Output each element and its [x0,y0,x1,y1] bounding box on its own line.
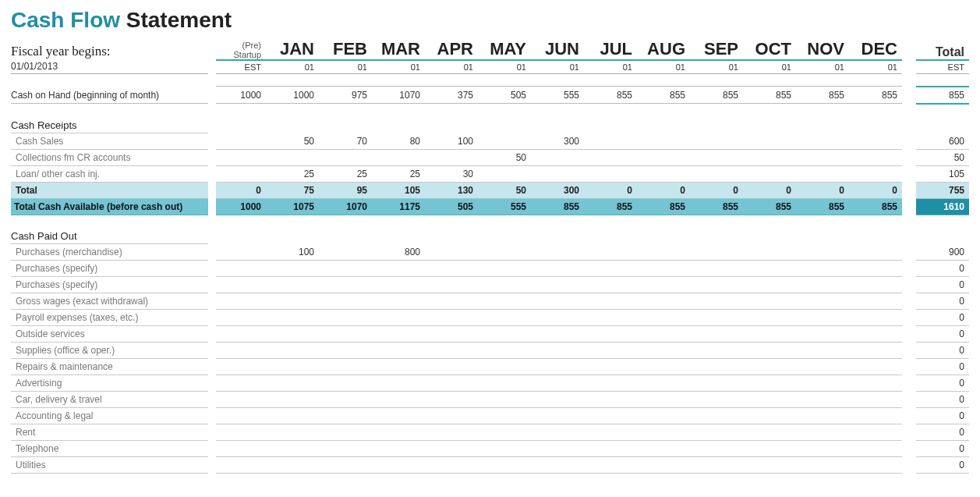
cell[interactable] [372,408,425,424]
cell[interactable] [743,359,796,375]
cell[interactable] [531,149,584,165]
cell[interactable] [690,457,743,474]
cell[interactable] [637,326,690,343]
cell[interactable] [266,310,319,326]
cell[interactable]: 855 [584,87,637,104]
cell[interactable] [690,293,743,310]
cell[interactable] [425,244,478,261]
cell[interactable] [584,359,637,375]
cell[interactable]: 25 [372,165,425,182]
cell[interactable] [637,133,690,149]
cell[interactable] [743,408,796,424]
cell[interactable] [584,310,637,326]
cell[interactable] [266,424,319,441]
cell[interactable] [690,244,743,261]
cell[interactable] [637,392,690,408]
cell[interactable] [216,310,266,326]
cell[interactable] [319,244,372,261]
cell[interactable] [690,375,743,392]
cell[interactable] [372,261,425,277]
cell[interactable] [531,457,584,474]
cell[interactable] [796,457,849,474]
cell[interactable] [531,326,584,343]
cell[interactable] [690,343,743,359]
cell[interactable] [319,408,372,424]
cell[interactable]: 30 [425,165,478,182]
cell[interactable] [266,359,319,375]
cell[interactable] [743,244,796,261]
cell[interactable] [584,343,637,359]
cell[interactable] [216,326,266,343]
cell[interactable] [690,392,743,408]
cell[interactable] [849,149,902,165]
cell[interactable] [796,277,849,293]
cell[interactable] [531,408,584,424]
cell[interactable] [743,457,796,474]
cell[interactable] [266,408,319,424]
cell[interactable] [266,457,319,474]
cell[interactable] [266,277,319,293]
cell[interactable] [690,133,743,149]
cell[interactable] [425,408,478,424]
cell[interactable] [796,293,849,310]
cell[interactable] [216,392,266,408]
cell[interactable] [584,408,637,424]
cell[interactable] [478,133,531,149]
cell[interactable] [372,277,425,293]
cell[interactable] [372,343,425,359]
cell[interactable] [637,244,690,261]
cell[interactable] [425,261,478,277]
cell[interactable]: 375 [425,87,478,104]
cell[interactable] [796,310,849,326]
cell[interactable] [584,133,637,149]
cell[interactable] [584,392,637,408]
cell[interactable] [584,424,637,441]
cell[interactable] [637,457,690,474]
cell[interactable]: 100 [266,244,319,261]
cell[interactable] [849,441,902,457]
cell[interactable] [425,457,478,474]
cell[interactable] [425,375,478,392]
cell[interactable] [478,408,531,424]
cell[interactable] [690,310,743,326]
cell[interactable] [478,293,531,310]
cell[interactable] [478,457,531,474]
cell[interactable] [849,375,902,392]
cell[interactable] [372,310,425,326]
cell[interactable] [796,343,849,359]
cell[interactable] [743,293,796,310]
cell[interactable] [849,343,902,359]
cell[interactable] [266,441,319,457]
cell[interactable] [690,165,743,182]
cell[interactable] [637,424,690,441]
cell[interactable]: 855 [690,87,743,104]
cell[interactable] [425,441,478,457]
cell[interactable] [796,326,849,343]
cell[interactable] [425,310,478,326]
cell[interactable]: 50 [266,133,319,149]
cell[interactable]: 855 [743,87,796,104]
cell[interactable] [319,457,372,474]
cell[interactable] [319,149,372,165]
cell[interactable] [425,359,478,375]
cell[interactable] [372,375,425,392]
cell[interactable] [478,441,531,457]
cell[interactable] [584,277,637,293]
cell[interactable] [584,375,637,392]
cell[interactable] [743,424,796,441]
cell[interactable] [849,133,902,149]
cell[interactable]: 70 [319,133,372,149]
cell[interactable] [637,293,690,310]
cell[interactable] [796,359,849,375]
cell[interactable] [425,343,478,359]
cell[interactable] [531,244,584,261]
cell[interactable]: 800 [372,244,425,261]
cell[interactable] [584,326,637,343]
cell[interactable] [478,165,531,182]
cell[interactable] [531,359,584,375]
cell[interactable] [319,326,372,343]
cell[interactable] [743,310,796,326]
cell[interactable] [743,149,796,165]
cell[interactable] [849,244,902,261]
cell[interactable] [531,424,584,441]
